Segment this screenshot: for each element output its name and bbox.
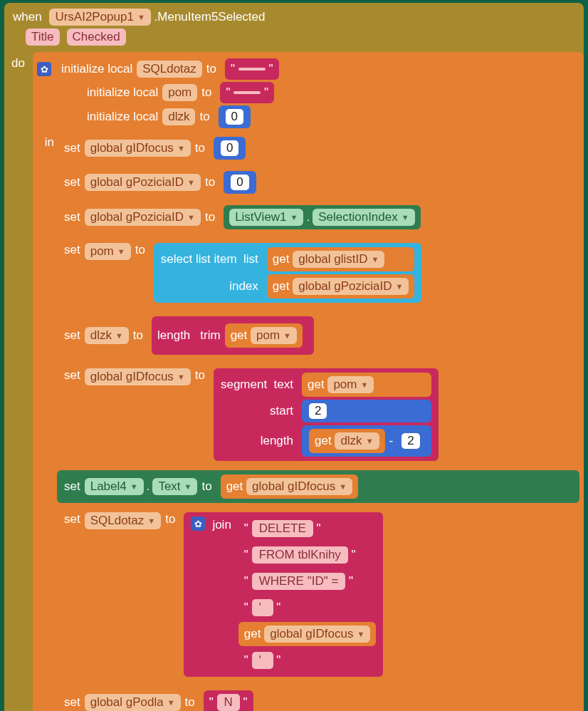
text-literal[interactable]: " FROM tblKnihy " [238,543,376,567]
local-dlzk-name[interactable]: dlzk [162,108,195,125]
var-dropdown[interactable]: global gPoziciaID▼ [85,174,201,191]
to-label: to [205,210,215,224]
set-label: set [64,141,80,155]
set-label: set [64,479,80,494]
component-dropdown[interactable]: UrsAI2Popup1▼ [49,9,150,26]
segment-label: segment [221,378,267,391]
var-dropdown[interactable]: pom▼ [85,243,131,260]
get-var[interactable]: get pom▼ [302,373,431,397]
event-block[interactable]: when UrsAI2Popup1▼ .MenuItem5Selected Ti… [4,3,584,711]
set-label: set [64,175,80,190]
text-join[interactable]: ✿ join " DELETE " " FROM tblKnihy " " WH… [184,512,383,677]
text-segment[interactable]: segment text get pom▼ start 2 length get… [214,368,439,461]
in-label: in [37,131,57,150]
get-var[interactable]: get global gPoziciaID▼ [267,274,415,299]
trim-label: trim [200,328,220,343]
set-label: set [64,243,80,257]
set-block[interactable]: set pom▼ to select list item list get gl… [57,239,429,307]
gear-icon[interactable]: ✿ [191,517,205,531]
local-sql-name[interactable]: SQLdotaz [137,61,202,78]
set-block[interactable]: set global gPodla▼ to " N " [57,686,579,711]
text-length[interactable]: length trim get pom▼ [152,316,314,355]
set-block[interactable]: set global gPoziciaID▼ to ListView1▼ . S… [57,201,579,234]
set-block[interactable]: set dlzk▼ to length trim get pom▼ [57,312,579,359]
var-dropdown[interactable]: global gIDfocus▼ [85,140,191,157]
to-label: to [206,62,216,76]
var-dropdown[interactable]: SQLdotaz▼ [85,512,162,529]
dot: . [306,210,310,224]
to-label: to [205,175,215,190]
when-label: when [13,10,42,24]
component-dropdown[interactable]: ListView1▼ [229,209,303,226]
set-label: set [64,368,80,383]
text-literal[interactable]: " N " [204,690,253,711]
text-literal[interactable]: " ' " [238,648,376,673]
local-pom-name[interactable]: pom [162,84,197,101]
var-dropdown[interactable]: global gIDfocus▼ [85,368,191,385]
init-label: initialize local [87,110,158,124]
text-literal[interactable]: " DELETE " [238,517,376,541]
get-var[interactable]: get pom▼ [225,323,303,348]
number-literal[interactable]: 0 [214,137,246,160]
text-literal[interactable]: " " [220,82,274,103]
set-property-block[interactable]: set Label4▼ . Text▼ to get global gIDfoc… [57,470,579,503]
param-title[interactable]: Title [26,28,60,46]
number-literal[interactable]: 2 [302,400,431,422]
set-block[interactable]: set global gIDfocus▼ to 0 [57,133,579,164]
text-literal[interactable]: " ' " [238,596,376,620]
set-block[interactable]: set SQLdotaz▼ to ✿ join " DELETE " " F [57,508,390,681]
var-dropdown[interactable]: global gPoziciaID▼ [293,278,409,295]
get-var[interactable]: get dlzk▼ [309,429,385,453]
set-block[interactable]: set global gIDfocus▼ to segment text get… [57,364,446,465]
var-dropdown[interactable]: global gPodla▼ [85,694,181,711]
var-dropdown[interactable]: global gPoziciaID▼ [85,209,201,226]
to-label: to [201,85,211,100]
var-dropdown[interactable]: global gIDfocus▼ [264,626,370,643]
get-var[interactable]: get global gIDfocus▼ [238,622,376,646]
index-label: index [161,279,260,294]
list-label: list [243,252,258,266]
var-dropdown[interactable]: global glistID▼ [293,251,384,268]
length-label: length [221,434,295,448]
to-label: to [165,512,175,526]
property-dropdown[interactable]: SelectionIndex▼ [313,209,414,226]
to-label: to [185,695,195,710]
number-literal[interactable]: 2 [397,431,424,451]
local-init-block[interactable]: ✿ initialize local SQLdotaz to " " initi… [33,52,584,711]
text-literal[interactable]: " " [225,58,279,80]
get-label: get [308,378,325,392]
var-dropdown[interactable]: global gIDfocus▼ [246,478,352,495]
start-label: start [221,404,295,418]
select-list-item[interactable]: select list item list get global glistID… [154,243,422,303]
event-header: when UrsAI2Popup1▼ .MenuItem5Selected [4,3,584,28]
text-trim[interactable]: trim get pom▼ [194,320,308,351]
to-label: to [195,141,205,155]
get-var[interactable]: get global gIDfocus▼ [221,474,358,499]
param-checked[interactable]: Checked [67,28,126,46]
event-name: .MenuItem5Selected [154,10,266,24]
set-label: set [64,695,80,710]
text-label: text [274,378,293,391]
get-label: get [273,279,290,294]
to-label: to [195,368,205,383]
property-dropdown[interactable]: Text▼ [152,478,197,495]
select-label: select list item [161,252,237,266]
set-block[interactable]: set global gPoziciaID▼ to 0 [57,167,579,198]
number-literal[interactable]: 0 [219,105,251,128]
var-dropdown[interactable]: pom▼ [327,376,374,393]
var-dropdown[interactable]: dlzk▼ [85,327,129,344]
var-dropdown[interactable]: pom▼ [251,327,297,344]
get-var[interactable]: get global glistID▼ [267,247,415,271]
component-dropdown[interactable]: Label4▼ [85,478,144,495]
set-label: set [64,512,80,526]
var-dropdown[interactable]: dlzk▼ [335,432,379,450]
get-label: get [244,627,261,641]
math-subtract[interactable]: get dlzk▼ - 2 [302,425,431,457]
gear-icon[interactable]: ✿ [37,62,51,76]
minus-label: - [389,434,394,448]
property-getter[interactable]: ListView1▼ . SelectionIndex▼ [224,205,421,229]
text-literal[interactable]: " WHERE "ID" = " [238,569,376,593]
length-label: length [157,328,190,343]
set-label: set [64,210,80,224]
number-literal[interactable]: 0 [224,171,256,194]
